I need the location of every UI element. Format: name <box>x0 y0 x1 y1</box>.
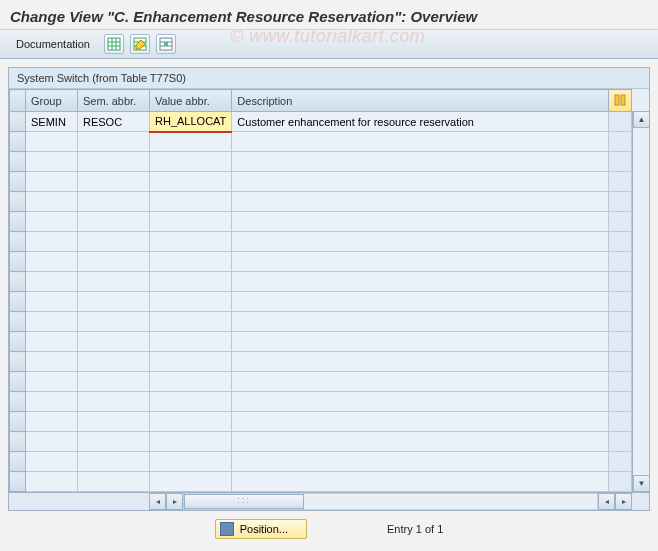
row-selector[interactable] <box>10 292 26 312</box>
cell-sem[interactable] <box>78 452 150 472</box>
cell-group[interactable] <box>26 372 78 392</box>
cell-desc[interactable] <box>232 312 609 332</box>
cell-desc[interactable] <box>232 412 609 432</box>
cell-val[interactable] <box>150 392 232 412</box>
row-selector[interactable] <box>10 252 26 272</box>
cell-val[interactable] <box>150 452 232 472</box>
table-row[interactable] <box>10 152 632 172</box>
cell-sem[interactable] <box>78 352 150 372</box>
cell-group[interactable] <box>26 412 78 432</box>
row-selector[interactable] <box>10 172 26 192</box>
row-selector[interactable] <box>10 152 26 172</box>
cell-group[interactable] <box>26 272 78 292</box>
cell-group[interactable] <box>26 452 78 472</box>
table-row[interactable] <box>10 472 632 492</box>
cell-sem[interactable] <box>78 432 150 452</box>
table-row[interactable] <box>10 312 632 332</box>
configure-columns-icon[interactable] <box>609 90 632 112</box>
documentation-button[interactable]: Documentation <box>8 36 98 52</box>
table-row[interactable] <box>10 212 632 232</box>
cell-sem[interactable] <box>78 172 150 192</box>
scroll-down-icon[interactable]: ▼ <box>633 475 650 492</box>
table-row[interactable] <box>10 132 632 152</box>
row-selector[interactable] <box>10 312 26 332</box>
table-row[interactable] <box>10 232 632 252</box>
table-row[interactable] <box>10 412 632 432</box>
cell-desc[interactable]: Customer enhancement for resource reserv… <box>232 112 609 132</box>
cell-sem[interactable] <box>78 152 150 172</box>
row-selector[interactable] <box>10 352 26 372</box>
cell-val[interactable] <box>150 312 232 332</box>
column-header-description[interactable]: Description <box>232 90 609 112</box>
cell-desc[interactable] <box>232 172 609 192</box>
hscroll-thumb[interactable]: ::: <box>184 494 304 509</box>
table-row[interactable] <box>10 252 632 272</box>
cell-desc[interactable] <box>232 252 609 272</box>
vertical-scrollbar[interactable]: ▲ ▼ <box>632 111 649 492</box>
cell-group[interactable] <box>26 292 78 312</box>
cell-val[interactable] <box>150 332 232 352</box>
cell-desc[interactable] <box>232 292 609 312</box>
cell-group[interactable] <box>26 232 78 252</box>
scroll-right-icon[interactable]: ◂ <box>598 493 615 510</box>
scroll-left-start-icon[interactable]: ◂ <box>149 493 166 510</box>
cell-desc[interactable] <box>232 232 609 252</box>
row-selector[interactable] <box>10 472 26 492</box>
cell-sem[interactable] <box>78 292 150 312</box>
row-selector[interactable] <box>10 132 26 152</box>
table-row[interactable] <box>10 192 632 212</box>
table-row[interactable] <box>10 172 632 192</box>
cell-group[interactable] <box>26 172 78 192</box>
cell-desc[interactable] <box>232 132 609 152</box>
cell-group[interactable] <box>26 332 78 352</box>
cell-val[interactable] <box>150 352 232 372</box>
cell-val[interactable] <box>150 132 232 152</box>
cell-desc[interactable] <box>232 212 609 232</box>
cell-sem[interactable] <box>78 132 150 152</box>
grid-select-icon[interactable] <box>156 34 176 54</box>
cell-desc[interactable] <box>232 152 609 172</box>
cell-sem[interactable] <box>78 272 150 292</box>
cell-desc[interactable] <box>232 452 609 472</box>
cell-desc[interactable] <box>232 432 609 452</box>
cell-val[interactable] <box>150 272 232 292</box>
row-selector[interactable] <box>10 112 26 132</box>
cell-sem[interactable] <box>78 252 150 272</box>
cell-group[interactable] <box>26 192 78 212</box>
row-selector[interactable] <box>10 412 26 432</box>
cell-val[interactable] <box>150 212 232 232</box>
row-selector[interactable] <box>10 432 26 452</box>
cell-group[interactable] <box>26 212 78 232</box>
table-row[interactable] <box>10 332 632 352</box>
cell-desc[interactable] <box>232 192 609 212</box>
scroll-track[interactable] <box>633 128 649 475</box>
cell-sem[interactable] <box>78 412 150 432</box>
cell-sem[interactable] <box>78 372 150 392</box>
cell-val[interactable]: RH_ALLOCAT <box>150 112 232 132</box>
cell-sem[interactable] <box>78 332 150 352</box>
table-row[interactable] <box>10 432 632 452</box>
cell-desc[interactable] <box>232 392 609 412</box>
cell-group[interactable] <box>26 312 78 332</box>
hscroll-track[interactable]: ::: <box>183 493 598 510</box>
select-all-header[interactable] <box>10 90 26 112</box>
cell-group[interactable] <box>26 152 78 172</box>
row-selector[interactable] <box>10 452 26 472</box>
table-row[interactable]: SEMINRESOCRH_ALLOCATCustomer enhancement… <box>10 112 632 132</box>
cell-group[interactable] <box>26 352 78 372</box>
cell-desc[interactable] <box>232 372 609 392</box>
horizontal-scrollbar[interactable]: ◂ ▸ ::: ◂ ▸ <box>9 492 649 510</box>
cell-group[interactable]: SEMIN <box>26 112 78 132</box>
cell-val[interactable] <box>150 252 232 272</box>
cell-sem[interactable] <box>78 472 150 492</box>
cell-desc[interactable] <box>232 352 609 372</box>
scroll-up-icon[interactable]: ▲ <box>633 111 650 128</box>
cell-sem[interactable] <box>78 192 150 212</box>
cell-sem[interactable] <box>78 312 150 332</box>
cell-sem[interactable] <box>78 212 150 232</box>
row-selector[interactable] <box>10 192 26 212</box>
scroll-right-end-icon[interactable]: ▸ <box>615 493 632 510</box>
cell-group[interactable] <box>26 132 78 152</box>
grid-view-icon[interactable] <box>104 34 124 54</box>
scroll-left-icon[interactable]: ▸ <box>166 493 183 510</box>
